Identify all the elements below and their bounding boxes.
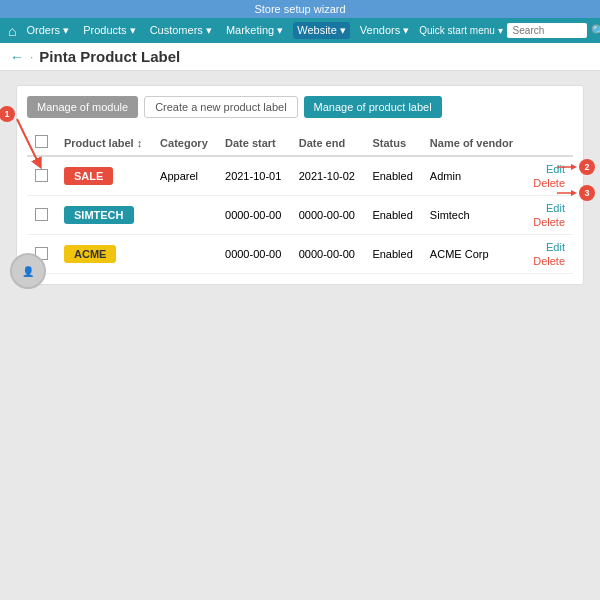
annotation-num-3: 3: [579, 185, 595, 201]
row1-date-end: 2021-10-02: [291, 156, 365, 196]
row1-date-start: 2021-10-01: [217, 156, 291, 196]
row2-date-start: 0000-00-00: [217, 196, 291, 235]
search-input[interactable]: [507, 23, 587, 38]
row2-edit-link[interactable]: Edit: [546, 202, 565, 214]
row1-action-links: Edit Delete: [531, 163, 565, 189]
row1-status: Enabled: [364, 156, 421, 196]
nav-website[interactable]: Website ▾: [293, 22, 350, 39]
row1-checkbox-cell[interactable]: [27, 156, 56, 196]
nav-products[interactable]: Products ▾: [79, 22, 139, 39]
nav-customers[interactable]: Customers ▾: [146, 22, 216, 39]
main-nav: ⌂ Orders ▾ Products ▾ Customers ▾ Market…: [0, 18, 600, 43]
table-row: SALE Apparel 2021-10-01 2021-10-02 Enabl…: [27, 156, 573, 196]
col-product-label[interactable]: Product label ↕: [56, 130, 152, 156]
row1-vendor: Admin: [422, 156, 523, 196]
annotation-num-1: 1: [0, 106, 15, 122]
row1-actions: Edit Delete 2: [523, 156, 573, 196]
row3-vendor: ACME Corp: [422, 235, 523, 274]
col-date-start[interactable]: Date start: [217, 130, 291, 156]
row2-category: [152, 196, 217, 235]
row2-badge: SIMTECH: [64, 206, 134, 224]
product-label-table: Product label ↕ Category Date start Date…: [27, 130, 573, 274]
annotation-num-2: 2: [579, 159, 595, 175]
row3-delete-link[interactable]: Delete: [533, 255, 565, 267]
page-title: Pinta Product Label: [39, 48, 180, 65]
manage-module-button[interactable]: Manage of module: [27, 96, 138, 118]
nav-orders[interactable]: Orders ▾: [22, 22, 73, 39]
wizard-bar-label[interactable]: Store setup wizard: [244, 1, 355, 17]
back-button[interactable]: ←: [10, 49, 24, 65]
breadcrumb-bar: ← · Pinta Product Label: [0, 43, 600, 71]
row2-label-cell: SIMTECH: [56, 196, 152, 235]
create-new-button[interactable]: Create a new product label: [144, 96, 297, 118]
col-status[interactable]: Status: [364, 130, 421, 156]
avatar[interactable]: 👤: [10, 253, 46, 289]
separator: ·: [30, 50, 33, 64]
col-vendor[interactable]: Name of vendor: [422, 130, 523, 156]
svg-marker-2: [571, 164, 577, 170]
col-category[interactable]: Category: [152, 130, 217, 156]
wizard-bar: Store setup wizard: [0, 0, 600, 18]
row3-date-end: 0000-00-00: [291, 235, 365, 274]
annotation-1: 1: [0, 106, 15, 122]
table-row: SIMTECH 0000-00-00 0000-00-00 Enabled Si…: [27, 196, 573, 235]
row1-label-cell: SALE: [56, 156, 152, 196]
row3-category: [152, 235, 217, 274]
row3-actions: Edit Delete: [523, 235, 573, 274]
row3-date-start: 0000-00-00: [217, 235, 291, 274]
row2-date-end: 0000-00-00: [291, 196, 365, 235]
row2-delete-link[interactable]: Delete: [533, 216, 565, 228]
select-all-header[interactable]: [27, 130, 56, 156]
row3-edit-link[interactable]: Edit: [546, 241, 565, 253]
row3-action-links: Edit Delete: [531, 241, 565, 267]
search-icon[interactable]: 🔍: [591, 24, 600, 38]
action-buttons: Manage of module Create a new product la…: [27, 96, 573, 118]
row3-status: Enabled: [364, 235, 421, 274]
row2-status: Enabled: [364, 196, 421, 235]
row1-category: Apparel: [152, 156, 217, 196]
row1-delete-link[interactable]: Delete: [533, 177, 565, 189]
svg-marker-4: [571, 190, 577, 196]
content-area: 1 Manage of module Create a new product …: [16, 85, 584, 285]
col-actions: [523, 130, 573, 156]
select-all-checkbox[interactable]: [35, 135, 48, 148]
col-date-end[interactable]: Date end: [291, 130, 365, 156]
search-area: Quick start menu ▾ 🔍: [419, 23, 600, 38]
row1-badge: SALE: [64, 167, 113, 185]
home-icon[interactable]: ⌂: [8, 23, 16, 39]
table-row: ACME 0000-00-00 0000-00-00 Enabled ACME …: [27, 235, 573, 274]
nav-vendors[interactable]: Vendors ▾: [356, 22, 413, 39]
row2-checkbox-cell[interactable]: [27, 196, 56, 235]
row3-badge: ACME: [64, 245, 116, 263]
manage-label-button[interactable]: Manage of product label: [304, 96, 442, 118]
row2-checkbox[interactable]: [35, 208, 48, 221]
row2-vendor: Simtech: [422, 196, 523, 235]
quick-start-menu[interactable]: Quick start menu ▾: [419, 25, 502, 36]
row2-action-links: Edit Delete: [531, 202, 565, 228]
avatar-icon: 👤: [22, 266, 34, 277]
row1-edit-link[interactable]: Edit: [546, 163, 565, 175]
row2-actions: Edit Delete: [523, 196, 573, 235]
row3-label-cell: ACME: [56, 235, 152, 274]
row1-checkbox[interactable]: [35, 169, 48, 182]
nav-marketing[interactable]: Marketing ▾: [222, 22, 287, 39]
